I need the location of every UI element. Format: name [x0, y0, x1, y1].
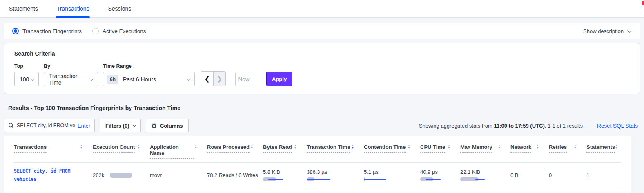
- time-range-select[interactable]: 6h Past 6 Hours: [103, 72, 195, 86]
- sort-icon[interactable]: ▲▼: [194, 144, 197, 149]
- application-name-cell: movr: [150, 172, 207, 178]
- radio-transaction-fingerprints[interactable]: Transaction Fingerprints: [12, 28, 82, 34]
- bytes-read-cell: 5.8 KiB: [263, 169, 307, 182]
- column-header-contention-time[interactable]: Contention Time▲▼: [364, 144, 420, 159]
- top-label: Top: [14, 63, 39, 69]
- chevron-down-icon: [627, 29, 631, 33]
- column-header-network[interactable]: Network▲▼: [510, 144, 549, 159]
- chevron-down-icon: [133, 123, 136, 126]
- view-mode-radio-group: Transaction Fingerprints Active Executio…: [12, 28, 146, 34]
- transaction-time-value: 386.3 µs: [307, 169, 359, 175]
- view-mode-band: Transaction Fingerprints Active Executio…: [4, 23, 640, 39]
- contention-time-value: 5.1 µs: [364, 169, 415, 175]
- time-range-field: Time Range 6h Past 6 Hours: [103, 63, 195, 86]
- sort-icon[interactable]: ▲▼: [408, 144, 410, 149]
- show-description-toggle[interactable]: Show description: [583, 28, 630, 34]
- execution-count-bar: [110, 173, 132, 178]
- time-prev-button[interactable]: ❮: [201, 72, 213, 86]
- chevron-down-icon: [90, 76, 94, 81]
- radio-unselected-icon[interactable]: [92, 28, 99, 34]
- time-nav-group: ❮ ❯: [201, 71, 226, 86]
- tab-statements[interactable]: Statements: [8, 5, 39, 17]
- search-box[interactable]: Enter: [4, 119, 95, 132]
- column-header-label: CPU Time: [420, 144, 445, 153]
- by-select[interactable]: Transaction Time: [44, 72, 98, 86]
- sort-icon[interactable]: ▲▼: [498, 144, 501, 149]
- sort-icon[interactable]: ▲▼: [351, 144, 354, 149]
- column-header-label: Rows Processed: [207, 144, 250, 153]
- column-header-label: Max Memory: [460, 144, 492, 153]
- aggregated-stats-text: Showing aggregated stats from 11:00 to 1…: [419, 123, 583, 129]
- sort-icon[interactable]: ▲▼: [448, 144, 450, 149]
- top-select-value: 100: [20, 76, 29, 83]
- contention-time-bar: [364, 177, 389, 182]
- show-description-label: Show description: [583, 28, 624, 34]
- sort-icon[interactable]: ▲▼: [536, 144, 539, 149]
- chevron-left-icon: ❮: [205, 76, 209, 82]
- filters-button[interactable]: Filters (0): [100, 119, 141, 132]
- radio-label: Transaction Fingerprints: [22, 28, 82, 34]
- radio-label: Active Executions: [103, 28, 146, 34]
- bytes-read-bar: [263, 177, 288, 182]
- tab-transactions[interactable]: Transactions: [56, 5, 90, 17]
- transaction-fingerprint-link[interactable]: SELECT city, id FROM vehicles: [14, 167, 85, 183]
- time-range-value: Past 6 Hours: [123, 76, 156, 83]
- screen-edge-artifact: [642, 1, 644, 5]
- chevron-down-icon: [187, 76, 191, 81]
- execution-count-value: 262k: [93, 172, 104, 178]
- retries-cell: 0: [549, 172, 586, 178]
- column-header-label: Application Name: [150, 144, 194, 159]
- sort-icon[interactable]: ▲▼: [250, 144, 253, 149]
- top-select[interactable]: 100: [14, 72, 39, 86]
- time-range-label: Time Range: [103, 63, 195, 69]
- column-header-cpu-time[interactable]: CPU Time▲▼: [420, 144, 460, 159]
- by-field: By Transaction Time: [44, 63, 98, 86]
- column-header-statements[interactable]: Statements▲▼: [586, 144, 628, 159]
- rows-processed-cell: 78.2 Reads / 0 Writes: [207, 172, 263, 178]
- cpu-time-bar: [420, 177, 446, 182]
- reset-sql-stats-link[interactable]: Reset SQL Stats: [597, 123, 638, 129]
- chevron-right-icon: ❯: [217, 76, 222, 82]
- sort-icon[interactable]: ▲▼: [294, 144, 297, 149]
- top-field: Top 100: [14, 63, 39, 86]
- column-header-rows-processed[interactable]: Rows Processed▲▼: [207, 144, 263, 159]
- sort-icon[interactable]: ▲▼: [574, 144, 577, 149]
- statements-cell: 1: [586, 172, 621, 178]
- sort-icon[interactable]: ▲▼: [615, 144, 618, 149]
- table-row: SELECT city, id FROM vehicles 262k movr …: [14, 163, 621, 188]
- column-header-max-memory[interactable]: Max Memory▲▼: [460, 144, 510, 159]
- column-header-application-name[interactable]: Application Name▲▼: [150, 144, 207, 159]
- now-button[interactable]: Now: [235, 72, 252, 86]
- bytes-read-value: 5.8 KiB: [263, 169, 302, 175]
- time-next-button[interactable]: ❯: [213, 72, 225, 86]
- tab-sessions[interactable]: Sessions: [107, 5, 132, 17]
- contention-time-cell: 5.1 µs: [364, 169, 420, 182]
- radio-selected-icon[interactable]: [12, 28, 19, 34]
- column-header-label: Contention Time: [364, 144, 406, 153]
- max-memory-value: 22.1 KiB: [460, 169, 506, 175]
- apply-button[interactable]: Apply: [266, 72, 292, 86]
- filters-label: Filters (0): [105, 123, 129, 129]
- radio-active-executions[interactable]: Active Executions: [92, 28, 146, 34]
- search-criteria-title: Search Criteria: [14, 50, 630, 57]
- cpu-time-cell: 40.9 µs: [420, 169, 460, 182]
- transactions-table-card: Transactions▲▼Execution Count▲▼Applicati…: [4, 136, 631, 193]
- column-header-transaction-time[interactable]: Transaction Time▲▼: [307, 144, 364, 159]
- column-header-label: Network: [510, 144, 531, 153]
- column-header-transactions[interactable]: Transactions▲▼: [14, 144, 93, 159]
- column-header-label: Execution Count: [93, 144, 135, 153]
- search-icon: [8, 123, 14, 128]
- search-enter-hint[interactable]: Enter: [78, 123, 90, 129]
- column-header-label: Retries: [549, 144, 567, 153]
- sort-icon[interactable]: ▲▼: [80, 144, 83, 149]
- stats-time-range: 11:00 to 17:59 (UTC): [494, 123, 544, 129]
- column-header-retries[interactable]: Retries▲▼: [549, 144, 586, 159]
- column-header-bytes-read[interactable]: Bytes Read▲▼: [263, 144, 307, 159]
- gear-icon: ⚙: [152, 123, 157, 129]
- sort-icon[interactable]: ▲▼: [137, 144, 140, 149]
- network-cell: 0 B: [510, 172, 549, 178]
- columns-button[interactable]: ⚙ Columns: [146, 119, 189, 132]
- search-input[interactable]: [17, 123, 75, 128]
- column-header-execution-count[interactable]: Execution Count▲▼: [93, 144, 150, 159]
- time-range-badge: 6h: [107, 75, 118, 84]
